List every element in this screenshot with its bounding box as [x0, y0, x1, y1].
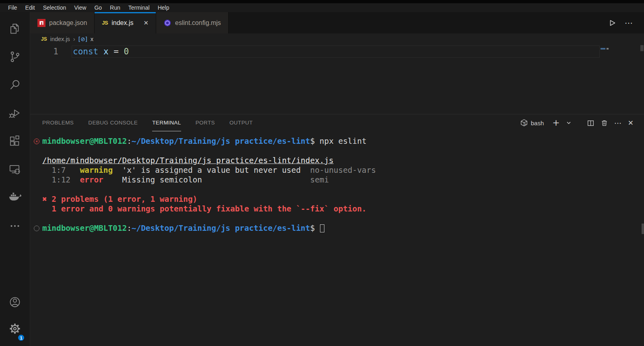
- panel-tab-problems[interactable]: PROBLEMS: [42, 114, 74, 131]
- panel-tabs: PROBLEMSDEBUG CONSOLETERMINALPORTSOUTPUT: [42, 114, 253, 131]
- current-line-highlight: [72, 46, 600, 58]
- breadcrumb-separator: ›: [73, 35, 75, 42]
- split-terminal-icon[interactable]: [587, 119, 594, 127]
- terminal-shell-item[interactable]: $ bash: [520, 119, 544, 127]
- panel-header: PROBLEMSDEBUG CONSOLETERMINALPORTSOUTPUT…: [30, 114, 644, 131]
- menu-item-go[interactable]: Go: [90, 4, 106, 11]
- menu-item-terminal[interactable]: Terminal: [124, 4, 154, 11]
- code-token: [119, 47, 124, 56]
- terminal[interactable]: mindbowser@MBLT012:~/Desktop/Training/js…: [30, 131, 644, 346]
- panel-tab-debug-console[interactable]: DEBUG CONSOLE: [88, 114, 138, 131]
- panel: PROBLEMSDEBUG CONSOLETERMINALPORTSOUTPUT…: [30, 114, 644, 346]
- terminal-text: 'x' is assigned a value but never used: [113, 166, 301, 175]
- js-icon: JS: [102, 20, 108, 26]
- tab-label: eslint.config.mjs: [175, 19, 221, 27]
- terminal-line: 1 error and 0 warnings potentially fixab…: [30, 204, 644, 214]
- terminal-text: 1:7: [42, 166, 80, 175]
- terminal-text: mindbowser@MBLT012: [42, 137, 127, 146]
- terminal-text: :: [127, 224, 132, 233]
- dropdown-chevron-icon[interactable]: [566, 120, 572, 126]
- code-area[interactable]: 1 const x = 0: [30, 44, 644, 114]
- terminal-line: 1:12 error Missing semicolon semi: [30, 175, 644, 185]
- code-token: [109, 47, 114, 56]
- command-prompt-icon[interactable]: [34, 226, 39, 231]
- terminal-line: 1:7 warning 'x' is assigned a value but …: [30, 166, 644, 175]
- line-number: 1: [30, 46, 58, 58]
- accounts-icon[interactable]: [0, 289, 30, 315]
- terminal-text: Missing semicolon: [103, 175, 202, 184]
- symbol-variable-icon: [⊘]: [78, 36, 87, 42]
- panel-actions: $ bash +: [520, 118, 634, 127]
- tab-close-icon[interactable]: ✕: [143, 19, 149, 27]
- search-icon[interactable]: [0, 71, 30, 99]
- source-control-icon[interactable]: [0, 43, 30, 71]
- tab-label: package.json: [49, 19, 87, 27]
- shell-label: bash: [531, 120, 544, 126]
- remote-explorer-icon[interactable]: [0, 155, 30, 184]
- tab-package-json[interactable]: package.json: [30, 12, 95, 33]
- terminal-text: mindbowser@MBLT012: [42, 224, 127, 233]
- terminal-bash-icon: $: [520, 119, 528, 127]
- tab-index-js[interactable]: JS index.js ✕: [95, 12, 156, 33]
- breadcrumb-file[interactable]: index.js: [50, 36, 70, 42]
- code-line[interactable]: const x = 0: [73, 46, 129, 58]
- panel-tab-output[interactable]: OUTPUT: [229, 114, 253, 131]
- code-token: x: [103, 47, 109, 56]
- terminal-text: warning: [80, 166, 113, 175]
- code-token: const: [73, 47, 98, 56]
- minimap[interactable]: [601, 48, 609, 50]
- terminal-text: $: [310, 224, 319, 233]
- editor-more-actions-icon[interactable]: ⋯: [625, 18, 633, 28]
- breadcrumb[interactable]: JS index.js › [⊘] x: [30, 33, 644, 44]
- terminal-scrollbar[interactable]: [642, 224, 644, 234]
- terminal-line: mindbowser@MBLT012:~/Desktop/Training/js…: [30, 137, 644, 146]
- terminal-text: ~/Desktop/Training/js practice/es-lint: [132, 137, 310, 146]
- breadcrumb-symbol[interactable]: x: [91, 36, 93, 42]
- panel-tab-ports[interactable]: PORTS: [196, 114, 215, 131]
- terminal-lines: mindbowser@MBLT012:~/Desktop/Training/js…: [30, 137, 644, 233]
- run-button[interactable]: [607, 18, 617, 28]
- more-views-icon[interactable]: [0, 212, 30, 240]
- terminal-line: [30, 214, 644, 224]
- menu-item-selection[interactable]: Selection: [39, 4, 70, 11]
- editor: JS index.js › [⊘] x 1 const x = 0: [30, 33, 644, 114]
- code-token: [98, 47, 103, 56]
- settings-gear-icon[interactable]: 1: [0, 315, 30, 342]
- editor-scrollbar[interactable]: [640, 45, 644, 51]
- tab-label: index.js: [111, 19, 133, 27]
- menu-item-file[interactable]: File: [4, 4, 21, 11]
- breadcrumb-js-icon: JS: [41, 36, 47, 42]
- kill-terminal-icon[interactable]: [601, 119, 608, 127]
- terminal-text: :: [127, 137, 132, 146]
- menu-bar: FileEditSelectionViewGoRunTerminalHelp: [0, 3, 644, 12]
- menu-item-run[interactable]: Run: [106, 4, 124, 11]
- menu-item-help[interactable]: Help: [154, 4, 173, 11]
- terminal-cursor: [320, 224, 324, 232]
- terminal-line: ✖ 2 problems (1 error, 1 warning): [30, 195, 644, 204]
- tab-eslint-config-mjs[interactable]: eslint.config.mjs: [156, 12, 229, 33]
- terminal-text: semi: [202, 175, 329, 184]
- docker-icon[interactable]: [0, 184, 30, 212]
- new-terminal-icon[interactable]: +: [552, 118, 559, 127]
- run-and-debug-icon[interactable]: [0, 99, 30, 127]
- explorer-icon[interactable]: [0, 15, 30, 43]
- editor-tab-bar: package.json JS index.js ✕ eslint.config…: [30, 12, 644, 33]
- panel-tab-terminal[interactable]: TERMINAL: [152, 114, 181, 131]
- terminal-text: 1:12: [42, 175, 80, 184]
- svg-text:$: $: [524, 122, 526, 125]
- terminal-text: error: [80, 175, 103, 184]
- terminal-file-link[interactable]: /home/mindbowser/Desktop/Training/js pra…: [42, 156, 334, 165]
- extensions-icon[interactable]: [0, 127, 30, 155]
- menu-item-edit[interactable]: Edit: [21, 4, 39, 11]
- close-panel-icon[interactable]: ✕: [628, 120, 634, 126]
- more-actions-icon[interactable]: ⋯: [614, 119, 622, 127]
- code-token: 0: [124, 47, 129, 56]
- settings-badge: 1: [17, 334, 25, 342]
- terminal-line: [30, 146, 644, 156]
- terminal-text: 1 error and 0 warnings potentially fixab…: [42, 204, 367, 213]
- menu-item-view[interactable]: View: [70, 4, 90, 11]
- terminal-line: mindbowser@MBLT012:~/Desktop/Training/js…: [30, 224, 644, 233]
- terminal-text: no-unused-vars: [301, 166, 376, 175]
- command-failed-icon[interactable]: [34, 139, 39, 144]
- vscode-window: FileEditSelectionViewGoRunTerminalHelp: [0, 0, 644, 346]
